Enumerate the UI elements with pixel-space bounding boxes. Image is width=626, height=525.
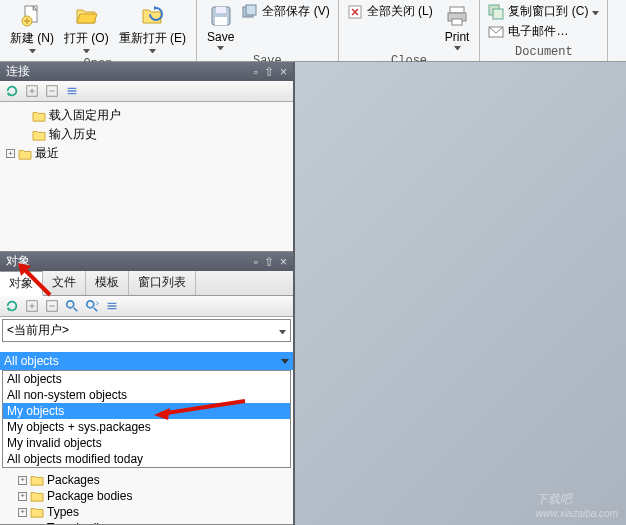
ribbon-group-open: 新建 (N) 打开 (O) 重新打开 (E) Open xyxy=(0,0,197,61)
list-item[interactable]: My invalid objects xyxy=(3,435,290,451)
print-label: Print xyxy=(445,30,470,44)
filter-dropdown[interactable]: All objects xyxy=(0,352,293,370)
closeall-label: 全部关闭 (L) xyxy=(367,3,433,20)
new-label: 新建 (N) xyxy=(10,30,54,47)
ribbon: 新建 (N) 打开 (O) 重新打开 (E) Open Save xyxy=(0,0,626,62)
svg-rect-14 xyxy=(493,9,503,19)
folder-icon xyxy=(32,110,46,122)
ribbon-group-document: 复制窗口到 (C) 电子邮件… Document xyxy=(480,0,608,61)
chevron-down-icon xyxy=(281,359,289,364)
tab-templates[interactable]: 模板 xyxy=(86,271,129,295)
objects-tabs: 对象 文件 模板 窗口列表 xyxy=(0,271,293,296)
new-file-icon xyxy=(20,4,44,28)
copy-window-button[interactable]: 复制窗口到 (C) xyxy=(486,2,601,21)
panel-pin-icon[interactable]: ⇧ xyxy=(264,255,274,269)
tree-node[interactable]: +Type bodies xyxy=(4,520,289,525)
expand-icon[interactable] xyxy=(25,299,39,313)
watermark: 下载吧www.xiazaiba.com xyxy=(536,485,618,519)
save-all-icon xyxy=(242,4,258,20)
scope-dropdown[interactable]: <当前用户> xyxy=(2,319,291,342)
save-button[interactable]: Save xyxy=(203,2,238,52)
chevron-down-icon xyxy=(149,49,156,53)
copy-window-label: 复制窗口到 (C) xyxy=(508,3,588,20)
expander-plus-icon[interactable]: + xyxy=(18,492,27,501)
list-item[interactable]: All objects xyxy=(3,371,290,387)
tree-node[interactable]: 输入历史 xyxy=(4,125,289,144)
svg-rect-5 xyxy=(216,7,226,13)
panel-close-icon[interactable]: × xyxy=(280,65,287,79)
left-sidebar: 连接 ▫ ⇧ × 载入固定用户 输入历史 xyxy=(0,62,295,525)
tab-windowlist[interactable]: 窗口列表 xyxy=(129,271,196,295)
tree-node[interactable]: +Types xyxy=(4,504,289,520)
save-icon xyxy=(209,4,233,28)
find-icon[interactable] xyxy=(65,299,79,313)
tree-label: 输入历史 xyxy=(49,126,97,143)
refresh-icon[interactable] xyxy=(5,84,19,98)
expander-plus-icon[interactable]: + xyxy=(18,508,27,517)
tree-label: Types xyxy=(47,505,79,519)
filter-value: All objects xyxy=(4,354,59,368)
saveall-button[interactable]: 全部保存 (V) xyxy=(240,2,331,21)
tree-label: 载入固定用户 xyxy=(49,107,121,124)
find-next-icon[interactable] xyxy=(85,299,99,313)
folder-icon xyxy=(32,129,46,141)
expand-icon[interactable] xyxy=(25,84,39,98)
chevron-down-icon xyxy=(592,11,599,15)
panel-close-icon[interactable]: × xyxy=(280,255,287,269)
chevron-down-icon xyxy=(279,330,286,334)
tab-objects[interactable]: 对象 xyxy=(0,271,43,296)
tree-node[interactable]: 载入固定用户 xyxy=(4,106,289,125)
svg-point-23 xyxy=(87,301,94,308)
collapse-icon[interactable] xyxy=(45,84,59,98)
objects-title: 对象 xyxy=(6,253,30,270)
settings-icon[interactable] xyxy=(105,299,119,313)
list-item[interactable]: My objects + sys.packages xyxy=(3,419,290,435)
panel-minimize-icon[interactable]: ▫ xyxy=(254,65,258,79)
expander-plus-icon[interactable]: + xyxy=(6,149,15,158)
new-button[interactable]: 新建 (N) xyxy=(6,2,58,55)
chevron-down-icon xyxy=(217,46,224,50)
objects-panel-header[interactable]: 对象 ▫ ⇧ × xyxy=(0,252,293,271)
ribbon-group-close: 全部关闭 (L) Print Close xyxy=(339,0,481,61)
workspace-area: 下载吧www.xiazaiba.com xyxy=(295,62,626,525)
reopen-icon xyxy=(140,4,164,28)
group-label-doc: Document xyxy=(486,43,601,61)
list-item[interactable]: All non-system objects xyxy=(3,387,290,403)
folder-icon xyxy=(18,148,32,160)
list-item-selected[interactable]: My objects xyxy=(3,403,290,419)
svg-rect-12 xyxy=(452,19,462,25)
print-button[interactable]: Print xyxy=(441,2,474,52)
tree-label: 最近 xyxy=(35,145,59,162)
list-item[interactable]: All objects modified today xyxy=(3,451,290,467)
connect-toolbar xyxy=(0,81,293,102)
open-label: 打开 (O) xyxy=(64,30,109,47)
connect-panel-header[interactable]: 连接 ▫ ⇧ × xyxy=(0,62,293,81)
main-area: 连接 ▫ ⇧ × 载入固定用户 输入历史 xyxy=(0,62,626,525)
settings-icon[interactable] xyxy=(65,84,79,98)
panel-minimize-icon[interactable]: ▫ xyxy=(254,255,258,269)
connect-tree[interactable]: 载入固定用户 输入历史 + 最近 xyxy=(0,102,293,252)
tree-node[interactable]: +Packages xyxy=(4,472,289,488)
close-all-icon xyxy=(347,4,363,20)
reopen-button[interactable]: 重新打开 (E) xyxy=(115,2,190,55)
svg-rect-10 xyxy=(450,7,464,13)
closeall-button[interactable]: 全部关闭 (L) xyxy=(345,2,435,21)
tree-label: Type bodies xyxy=(47,521,112,525)
objects-tree[interactable]: +Packages +Package bodies +Types +Type b… xyxy=(0,468,293,525)
save-label: Save xyxy=(207,30,234,44)
tree-node[interactable]: +Package bodies xyxy=(4,488,289,504)
folder-icon xyxy=(30,490,44,502)
email-button[interactable]: 电子邮件… xyxy=(486,22,601,41)
tree-label: Packages xyxy=(47,473,100,487)
filter-listbox[interactable]: All objects All non-system objects My ob… xyxy=(2,370,291,468)
tree-label: Package bodies xyxy=(47,489,132,503)
tab-files[interactable]: 文件 xyxy=(43,271,86,295)
expander-plus-icon[interactable]: + xyxy=(18,476,27,485)
open-button[interactable]: 打开 (O) xyxy=(60,2,113,55)
collapse-icon[interactable] xyxy=(45,299,59,313)
refresh-icon[interactable] xyxy=(5,299,19,313)
email-icon xyxy=(488,24,504,40)
panel-pin-icon[interactable]: ⇧ xyxy=(264,65,274,79)
tree-node[interactable]: + 最近 xyxy=(4,144,289,163)
objects-toolbar xyxy=(0,296,293,317)
